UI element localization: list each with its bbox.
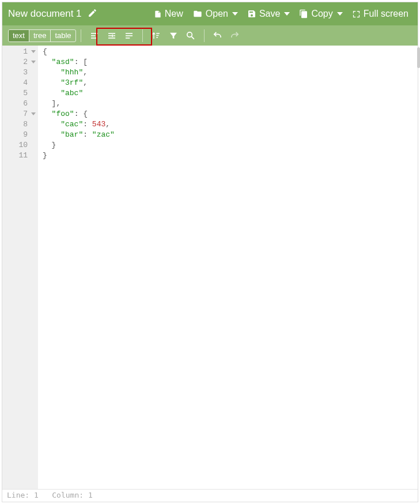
new-label: New bbox=[165, 9, 183, 19]
line-gutter: 1234567891011 bbox=[2, 46, 38, 489]
vertical-scrollbar[interactable] bbox=[417, 47, 420, 486]
status-col-value: 1 bbox=[88, 491, 93, 499]
code-line[interactable]: } bbox=[43, 151, 418, 161]
code-line[interactable]: "hhh", bbox=[43, 67, 418, 78]
viewmode-text[interactable]: text bbox=[9, 30, 29, 42]
code-editor[interactable]: 1234567891011 { "asd": [ "hhh", "3rf", "… bbox=[2, 46, 418, 489]
chevron-down-icon bbox=[284, 12, 290, 16]
sort-icon bbox=[151, 31, 161, 40]
save-button[interactable]: Save bbox=[244, 6, 293, 21]
document-title: New document 1 bbox=[8, 8, 82, 20]
redo-icon bbox=[230, 31, 240, 40]
code-line[interactable]: } bbox=[43, 140, 418, 151]
status-line-label: Line: bbox=[7, 491, 29, 499]
status-line-value: 1 bbox=[34, 491, 39, 499]
copy-label: Copy bbox=[311, 9, 332, 19]
minify-icon bbox=[124, 31, 134, 40]
copy-icon bbox=[299, 9, 308, 18]
toolbar: text tree table bbox=[2, 25, 418, 46]
open-label: Open bbox=[206, 9, 228, 19]
code-line[interactable]: "cac": 543, bbox=[43, 119, 418, 130]
folder-open-icon bbox=[192, 9, 203, 18]
minify-button[interactable] bbox=[122, 29, 136, 43]
line-number: 6 bbox=[2, 99, 28, 109]
viewmode-tree[interactable]: tree bbox=[29, 30, 51, 42]
status-bar: Line: 1 Column: 1 bbox=[2, 489, 418, 502]
separator bbox=[81, 29, 81, 42]
code-line[interactable]: "asd": [ bbox=[43, 57, 418, 67]
viewmode-table[interactable]: table bbox=[51, 30, 75, 42]
app-frame: New document 1 New Open Save Copy Full s… bbox=[2, 2, 418, 502]
search-icon bbox=[186, 31, 195, 40]
chevron-down-icon bbox=[337, 12, 343, 16]
open-button[interactable]: Open bbox=[189, 6, 241, 21]
separator bbox=[204, 29, 205, 42]
file-icon bbox=[154, 9, 162, 19]
svg-point-12 bbox=[187, 32, 192, 37]
code-line[interactable]: "bar": "zac" bbox=[43, 130, 418, 140]
line-number: 10 bbox=[2, 140, 28, 151]
line-number: 7 bbox=[2, 109, 28, 119]
compact-button[interactable] bbox=[105, 29, 119, 43]
code-line[interactable]: "abc" bbox=[43, 88, 418, 99]
redo-button[interactable] bbox=[228, 29, 242, 43]
line-number: 9 bbox=[2, 130, 28, 140]
code-line[interactable]: { bbox=[43, 47, 418, 57]
filter-button[interactable] bbox=[167, 29, 180, 43]
code-line[interactable]: "3rf", bbox=[43, 78, 418, 88]
save-label: Save bbox=[259, 9, 280, 19]
line-number: 2 bbox=[2, 57, 28, 67]
search-button[interactable] bbox=[184, 29, 198, 43]
fold-toggle-icon[interactable] bbox=[31, 61, 36, 63]
format-icon bbox=[89, 31, 100, 40]
separator bbox=[142, 29, 143, 42]
compact-icon bbox=[107, 31, 117, 40]
fullscreen-label: Full screen bbox=[364, 9, 408, 19]
fold-toggle-icon[interactable] bbox=[31, 50, 36, 53]
fullscreen-icon bbox=[352, 10, 361, 18]
code-line[interactable]: ], bbox=[43, 99, 418, 109]
svg-line-13 bbox=[192, 37, 194, 39]
filter-icon bbox=[169, 31, 178, 40]
header-bar: New document 1 New Open Save Copy Full s… bbox=[2, 2, 418, 25]
viewmode-group: text tree table bbox=[8, 29, 76, 42]
chevron-down-icon bbox=[232, 12, 238, 16]
fullscreen-button[interactable]: Full screen bbox=[349, 6, 412, 21]
status-col-label: Column: bbox=[52, 491, 84, 499]
undo-icon bbox=[213, 31, 222, 40]
sort-button[interactable] bbox=[149, 29, 163, 43]
code-content[interactable]: { "asd": [ "hhh", "3rf", "abc" ], "foo":… bbox=[38, 46, 418, 489]
undo-button[interactable] bbox=[211, 29, 225, 43]
rename-icon[interactable] bbox=[88, 8, 97, 20]
code-line[interactable]: "foo": { bbox=[43, 109, 418, 119]
line-number: 3 bbox=[2, 67, 28, 78]
fold-toggle-icon[interactable] bbox=[31, 112, 36, 115]
new-button[interactable]: New bbox=[150, 6, 187, 21]
line-number: 11 bbox=[2, 151, 28, 161]
save-icon bbox=[247, 9, 256, 18]
copy-button[interactable]: Copy bbox=[296, 6, 346, 21]
line-number: 4 bbox=[2, 78, 28, 88]
format-button[interactable] bbox=[88, 29, 101, 43]
line-number: 5 bbox=[2, 88, 28, 99]
line-number: 1 bbox=[2, 47, 28, 57]
line-number: 8 bbox=[2, 119, 28, 130]
